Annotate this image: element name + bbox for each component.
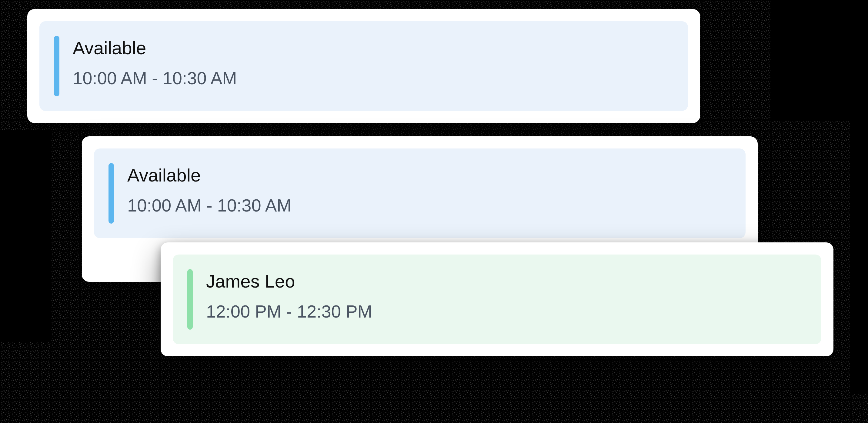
slot-title: James Leo [206, 271, 372, 292]
slot-title: Available [127, 165, 291, 186]
black-mask-right [850, 121, 868, 394]
slot-time: 10:00 AM - 10:30 AM [73, 68, 237, 89]
slot-row: James Leo 12:00 PM - 12:30 PM [173, 255, 821, 344]
slot-row: Available 10:00 AM - 10:30 AM [94, 149, 746, 238]
slot-text-group: James Leo 12:00 PM - 12:30 PM [206, 269, 372, 322]
slot-text-group: Available 10:00 AM - 10:30 AM [127, 163, 291, 216]
black-mask-left [0, 130, 52, 343]
slot-card-3[interactable]: James Leo 12:00 PM - 12:30 PM [161, 242, 833, 356]
black-mask-top-right [771, 0, 868, 121]
slot-time: 12:00 PM - 12:30 PM [206, 301, 372, 322]
slot-title: Available [73, 38, 237, 59]
accent-bar-icon [108, 163, 114, 224]
slot-text-group: Available 10:00 AM - 10:30 AM [73, 36, 237, 89]
slot-time: 10:00 AM - 10:30 AM [127, 195, 291, 216]
slot-card-1[interactable]: Available 10:00 AM - 10:30 AM [27, 9, 700, 123]
accent-bar-icon [187, 269, 193, 330]
slot-row: Available 10:00 AM - 10:30 AM [39, 21, 688, 111]
accent-bar-icon [54, 36, 59, 96]
